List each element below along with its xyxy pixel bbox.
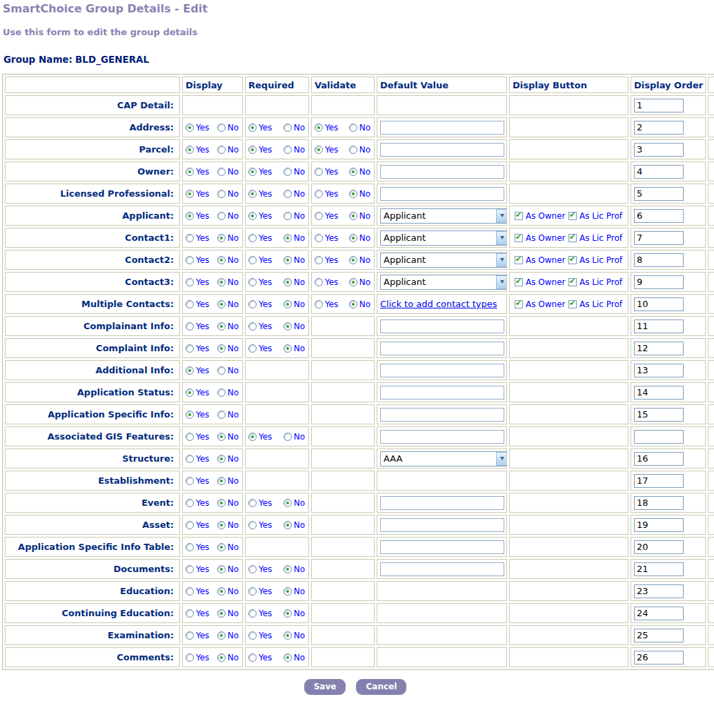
radio-no[interactable]: No <box>217 587 239 596</box>
radio-yes[interactable]: Yes <box>186 388 209 397</box>
display-order-input[interactable] <box>634 408 684 422</box>
radio-no[interactable]: No <box>284 322 305 331</box>
radio-no[interactable]: No <box>217 410 239 420</box>
radio-yes[interactable]: Yes <box>186 299 209 309</box>
display-order-input[interactable] <box>634 540 684 554</box>
radio-no[interactable]: No <box>217 432 239 442</box>
radio-yes[interactable]: Yes <box>186 564 209 574</box>
radio-no[interactable]: No <box>284 277 305 287</box>
display-order-input[interactable] <box>634 518 684 532</box>
radio-yes[interactable]: Yes <box>186 653 209 662</box>
radio-yes[interactable]: Yes <box>186 255 209 265</box>
radio-yes[interactable]: Yes <box>186 189 209 199</box>
display-order-input[interactable] <box>634 99 684 112</box>
radio-yes[interactable]: Yes <box>186 211 209 221</box>
radio-yes[interactable]: Yes <box>186 410 209 420</box>
default-value-input[interactable] <box>380 518 504 532</box>
radio-no[interactable]: No <box>284 145 305 155</box>
radio-no[interactable]: No <box>349 189 370 199</box>
radio-no[interactable]: No <box>284 167 305 177</box>
radio-no[interactable]: No <box>217 388 239 397</box>
display-order-input[interactable] <box>634 342 684 355</box>
radio-no[interactable]: No <box>217 542 239 552</box>
radio-no[interactable]: No <box>284 631 305 640</box>
radio-yes[interactable]: Yes <box>248 631 272 640</box>
radio-yes[interactable]: Yes <box>186 520 209 530</box>
default-value-select[interactable]: AAA <box>380 451 507 466</box>
radio-no[interactable]: No <box>217 366 239 375</box>
display-order-input[interactable] <box>634 364 684 377</box>
radio-yes[interactable]: Yes <box>186 609 209 618</box>
radio-no[interactable]: No <box>284 211 305 221</box>
as-owner-checkbox[interactable]: As Owner <box>515 277 565 287</box>
radio-no[interactable]: No <box>349 145 370 155</box>
radio-no[interactable]: No <box>217 609 239 618</box>
radio-no[interactable]: No <box>284 344 305 353</box>
display-order-input[interactable] <box>634 231 684 245</box>
radio-yes[interactable]: Yes <box>186 587 209 596</box>
radio-yes[interactable]: Yes <box>315 255 338 265</box>
radio-no[interactable]: No <box>284 564 305 574</box>
radio-yes[interactable]: Yes <box>186 432 209 442</box>
radio-yes[interactable]: Yes <box>186 631 209 640</box>
radio-yes[interactable]: Yes <box>315 211 338 221</box>
cancel-button[interactable]: Cancel <box>356 679 406 695</box>
as-lic-prof-checkbox[interactable]: As Lic Prof <box>568 299 622 309</box>
radio-yes[interactable]: Yes <box>315 167 338 177</box>
display-order-input[interactable] <box>634 430 684 444</box>
radio-no[interactable]: No <box>217 167 239 177</box>
radio-yes[interactable]: Yes <box>248 609 272 618</box>
radio-no[interactable]: No <box>217 123 239 132</box>
save-button[interactable]: Save <box>304 679 346 695</box>
add-contact-types-link[interactable]: Click to add contact types <box>380 299 497 309</box>
default-value-input[interactable] <box>380 165 504 179</box>
display-order-input[interactable] <box>634 187 684 201</box>
radio-no[interactable]: No <box>217 631 239 640</box>
radio-yes[interactable]: Yes <box>248 432 272 442</box>
radio-no[interactable]: No <box>217 520 239 530</box>
default-value-input[interactable] <box>380 143 504 157</box>
radio-no[interactable]: No <box>217 322 239 331</box>
radio-no[interactable]: No <box>217 145 239 155</box>
radio-yes[interactable]: Yes <box>186 167 209 177</box>
radio-no[interactable]: No <box>284 653 305 662</box>
radio-yes[interactable]: Yes <box>315 277 338 287</box>
radio-no[interactable]: No <box>349 299 370 309</box>
radio-yes[interactable]: Yes <box>315 145 338 155</box>
default-value-input[interactable] <box>380 342 504 355</box>
radio-no[interactable]: No <box>284 123 305 132</box>
default-value-input[interactable] <box>380 364 504 377</box>
display-order-input[interactable] <box>634 607 684 620</box>
as-owner-checkbox[interactable]: As Owner <box>515 255 565 265</box>
as-lic-prof-checkbox[interactable]: As Lic Prof <box>568 211 622 221</box>
as-lic-prof-checkbox[interactable]: As Lic Prof <box>568 255 622 265</box>
as-lic-prof-checkbox[interactable]: As Lic Prof <box>568 233 622 243</box>
default-value-input[interactable] <box>380 187 504 201</box>
radio-yes[interactable]: Yes <box>186 277 209 287</box>
radio-no[interactable]: No <box>349 167 370 177</box>
default-value-input[interactable] <box>380 386 504 400</box>
display-order-input[interactable] <box>634 452 684 466</box>
radio-yes[interactable]: Yes <box>315 233 338 243</box>
default-value-input[interactable] <box>380 496 504 510</box>
display-order-input[interactable] <box>634 562 684 576</box>
radio-no[interactable]: No <box>217 255 239 265</box>
radio-yes[interactable]: Yes <box>248 189 272 199</box>
default-value-select[interactable]: Applicant <box>380 275 507 290</box>
radio-no[interactable]: No <box>217 564 239 574</box>
radio-yes[interactable]: Yes <box>248 498 272 508</box>
display-order-input[interactable] <box>634 386 684 400</box>
radio-no[interactable]: No <box>217 476 239 486</box>
radio-yes[interactable]: Yes <box>186 366 209 375</box>
radio-no[interactable]: No <box>349 255 370 265</box>
radio-yes[interactable]: Yes <box>248 653 272 662</box>
display-order-input[interactable] <box>634 474 684 488</box>
display-order-input[interactable] <box>634 629 684 642</box>
radio-yes[interactable]: Yes <box>186 344 209 353</box>
display-order-input[interactable] <box>634 121 684 135</box>
radio-yes[interactable]: Yes <box>315 189 338 199</box>
display-order-input[interactable] <box>634 165 684 179</box>
radio-yes[interactable]: Yes <box>248 344 272 353</box>
radio-no[interactable]: No <box>284 233 305 243</box>
radio-yes[interactable]: Yes <box>248 211 272 221</box>
